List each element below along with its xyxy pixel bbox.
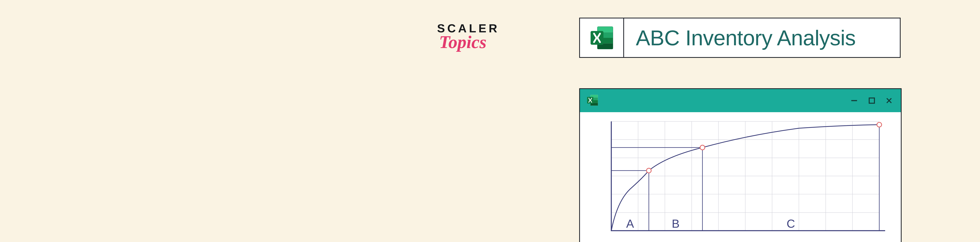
pareto-chart: A B C xyxy=(592,118,889,240)
category-label-c: C xyxy=(786,217,795,230)
excel-icon-small xyxy=(586,94,599,108)
marker-b xyxy=(700,145,705,150)
window-titlebar xyxy=(580,89,901,112)
svg-rect-13 xyxy=(869,98,875,103)
window-controls xyxy=(850,96,893,105)
title-card: ABC Inventory Analysis xyxy=(579,18,900,58)
excel-icon xyxy=(580,18,624,57)
title-text-cell: ABC Inventory Analysis xyxy=(624,18,900,57)
category-label-a: A xyxy=(626,217,634,230)
chart-area: A B C xyxy=(592,118,889,240)
marker-a xyxy=(646,168,651,173)
marker-c xyxy=(877,123,881,127)
minimize-button[interactable] xyxy=(850,96,859,105)
maximize-button[interactable] xyxy=(868,97,876,105)
brand-logo: SCALER Topics xyxy=(437,22,500,53)
page-title: ABC Inventory Analysis xyxy=(636,25,856,50)
close-button[interactable] xyxy=(885,97,893,105)
category-label-b: B xyxy=(672,217,679,230)
app-window: A B C xyxy=(579,88,902,242)
chart-grid xyxy=(611,121,879,231)
